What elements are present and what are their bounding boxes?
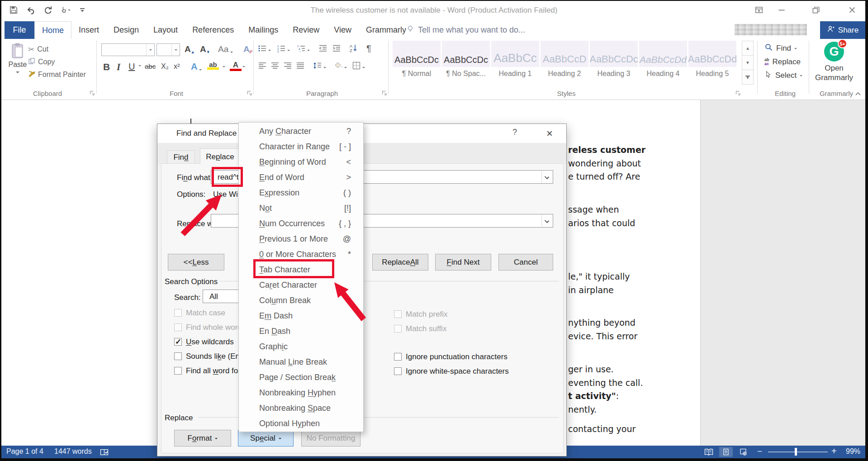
gallery-more-icon[interactable]: ▼ bbox=[742, 70, 754, 85]
print-layout-icon[interactable] bbox=[719, 447, 733, 457]
word-count[interactable]: 1447 words bbox=[54, 447, 92, 456]
style-cell[interactable]: AaBbCcDcHeading 3 bbox=[590, 41, 638, 86]
paragraph-dialog-launcher-icon[interactable] bbox=[382, 90, 388, 95]
checkbox-find-all-word-for[interactable]: Find all word for bbox=[174, 366, 241, 375]
style-cell[interactable]: AaBbCcDdHeading 5 bbox=[688, 41, 736, 86]
menu-item-manual-line-break[interactable]: Manual Line Break bbox=[239, 354, 363, 370]
styles-dialog-launcher-icon[interactable] bbox=[735, 90, 741, 95]
menu-item-page-section-break[interactable]: Page / Section Break bbox=[239, 370, 363, 385]
style-cell[interactable]: AaBbCcDc¶ No Spac... bbox=[442, 41, 490, 86]
highlight-caret[interactable] bbox=[223, 64, 225, 69]
line-spacing-button[interactable] bbox=[313, 62, 326, 70]
find-next-button[interactable]: Find Next bbox=[435, 254, 491, 271]
collapse-ribbon-icon[interactable] bbox=[855, 90, 861, 95]
underline-caret[interactable] bbox=[138, 63, 141, 68]
format-button[interactable]: Format bbox=[174, 430, 231, 447]
replace-all-button[interactable]: Replace All bbox=[372, 254, 428, 271]
numbering-button[interactable]: 123 bbox=[277, 44, 290, 52]
less-button[interactable]: << Less bbox=[168, 254, 224, 271]
gallery-scroll-up-icon[interactable]: ▲ bbox=[742, 41, 754, 56]
borders-button[interactable] bbox=[352, 62, 365, 70]
undo-icon[interactable] bbox=[25, 5, 36, 15]
format-painter-button[interactable]: Format Painter bbox=[28, 69, 86, 81]
superscript-button[interactable]: x² bbox=[174, 62, 180, 71]
menu-item-not[interactable]: Not[!] bbox=[239, 200, 363, 216]
replace-button[interactable]: abac Replace bbox=[764, 56, 801, 68]
checkbox-sounds-like-eng[interactable]: Sounds like (Eng bbox=[174, 352, 244, 361]
increase-indent-button[interactable] bbox=[332, 44, 341, 52]
restore-icon[interactable] bbox=[806, 3, 826, 17]
clear-formatting-button[interactable]: A◤ bbox=[243, 44, 253, 54]
tab-file[interactable]: File bbox=[5, 21, 34, 39]
redo-icon[interactable] bbox=[43, 5, 53, 15]
menu-item-previous-1-or-more[interactable]: Previous 1 or More@ bbox=[239, 231, 363, 247]
menu-item-en-dash[interactable]: En Dash bbox=[239, 323, 363, 339]
save-icon[interactable] bbox=[8, 5, 19, 15]
gallery-scroll-down-icon[interactable]: ▼ bbox=[742, 55, 754, 70]
decrease-indent-button[interactable] bbox=[318, 44, 327, 52]
align-right-button[interactable] bbox=[283, 62, 292, 70]
cancel-button[interactable]: Cancel bbox=[498, 254, 553, 271]
justify-button[interactable] bbox=[296, 62, 305, 70]
underline-button[interactable]: U bbox=[128, 62, 135, 72]
zoom-out-icon[interactable]: − bbox=[757, 447, 762, 456]
font-name-combo[interactable] bbox=[101, 43, 155, 56]
tell-me-box[interactable]: Tell me what you want to do... bbox=[406, 21, 525, 39]
tab-view[interactable]: View bbox=[327, 21, 359, 39]
zoom-in-icon[interactable]: + bbox=[831, 446, 837, 456]
menu-item-optional-hyphen[interactable]: Optional Hyphen bbox=[239, 416, 363, 431]
grow-font-button[interactable]: A▲ bbox=[185, 44, 195, 54]
tab-layout[interactable]: Layout bbox=[146, 21, 185, 39]
change-case-button[interactable]: Aa bbox=[218, 44, 233, 54]
shrink-font-button[interactable]: A▼ bbox=[200, 44, 210, 54]
clipboard-dialog-launcher-icon[interactable] bbox=[90, 90, 95, 95]
shading-button[interactable] bbox=[334, 62, 347, 70]
font-size-combo[interactable] bbox=[157, 43, 180, 56]
dialog-help-icon[interactable]: ? bbox=[507, 128, 523, 140]
zoom-slider-thumb[interactable] bbox=[795, 448, 797, 456]
tab-review[interactable]: Review bbox=[285, 21, 327, 39]
tab-design[interactable]: Design bbox=[106, 21, 146, 39]
cut-button[interactable]: ✂ Cut bbox=[28, 43, 48, 55]
pilcrow-button[interactable]: ¶ bbox=[366, 43, 371, 54]
tab-insert[interactable]: Insert bbox=[71, 21, 106, 39]
dialog-close-icon[interactable]: × bbox=[536, 125, 563, 142]
customize-quick-access-icon[interactable] bbox=[77, 5, 88, 15]
proofing-status-icon[interactable] bbox=[98, 447, 111, 457]
touch-mouse-mode-icon[interactable] bbox=[60, 5, 71, 15]
checkbox-use-wildcards[interactable]: ✓Use wildcards bbox=[174, 337, 234, 347]
tab-references[interactable]: References bbox=[185, 21, 241, 39]
minimize-icon[interactable] bbox=[772, 3, 792, 17]
menu-item-end-of-word[interactable]: End of Word> bbox=[239, 170, 363, 185]
style-cell[interactable]: AaBbCcDHeading 2 bbox=[541, 41, 588, 86]
align-center-button[interactable] bbox=[270, 62, 280, 70]
checkbox-ignore-white-space-characters[interactable]: Ignore white-space characters bbox=[394, 367, 509, 376]
bullets-button[interactable] bbox=[258, 44, 271, 52]
page-indicator[interactable]: Page 1 of 4 bbox=[6, 447, 43, 456]
multilevel-list-button[interactable]: 1ai bbox=[297, 44, 310, 52]
font-color-caret[interactable] bbox=[242, 64, 245, 69]
style-cell[interactable]: AaBbCcDdHeading 4 bbox=[639, 41, 687, 86]
close-icon[interactable] bbox=[842, 3, 862, 17]
sort-button[interactable]: AZ bbox=[349, 43, 358, 52]
web-layout-icon[interactable] bbox=[736, 447, 750, 457]
tab-home[interactable]: Home bbox=[34, 21, 71, 39]
select-button[interactable]: Select bbox=[764, 70, 802, 81]
find-what-dropdown-icon[interactable] bbox=[541, 171, 552, 183]
paste-button[interactable]: Paste bbox=[6, 43, 29, 87]
font-color-button[interactable]: A bbox=[230, 61, 242, 71]
menu-item-nonbreaking-space[interactable]: Nonbreaking Space bbox=[239, 400, 363, 416]
dialog-tab-replace[interactable]: Replace bbox=[200, 148, 240, 164]
tab-grammarly[interactable]: Grammarly bbox=[359, 21, 413, 39]
menu-item-character-in-range[interactable]: Character in Range[ - ] bbox=[239, 139, 363, 154]
strikethrough-button[interactable]: abc bbox=[145, 62, 156, 70]
menu-item-beginning-of-word[interactable]: Beginning of Word< bbox=[239, 154, 363, 170]
ribbon-display-options-icon[interactable] bbox=[749, 3, 769, 17]
align-left-button[interactable] bbox=[258, 62, 267, 70]
replace-with-dropdown-icon[interactable] bbox=[541, 215, 552, 227]
menu-item-num-occurrences[interactable]: Num Occurrences{ , } bbox=[239, 216, 363, 231]
subscript-button[interactable]: X₂ bbox=[161, 62, 169, 71]
find-button[interactable]: Find bbox=[764, 43, 797, 54]
menu-item-expression[interactable]: Expression( ) bbox=[239, 185, 363, 200]
style-cell[interactable]: AaBbCcHeading 1 bbox=[491, 41, 539, 86]
